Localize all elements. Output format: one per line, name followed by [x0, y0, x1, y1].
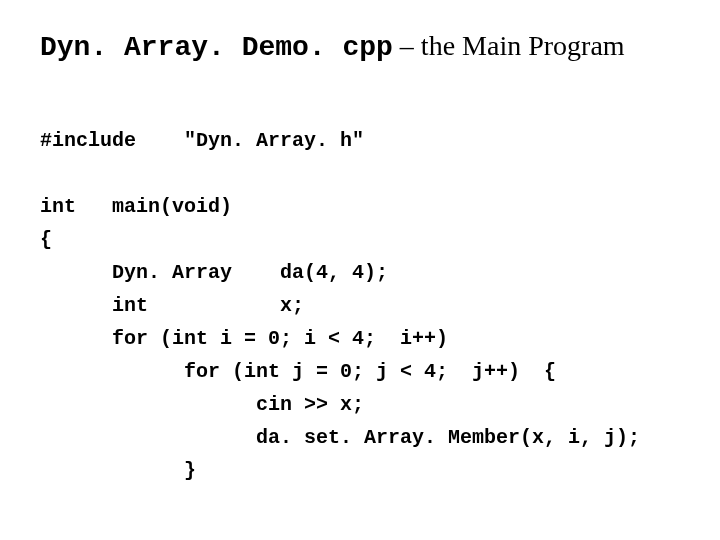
code-line: int x;	[40, 294, 304, 317]
code-line: da. set. Array. Member(x, i, j);	[40, 426, 640, 449]
code-line: Dyn. Array da(4, 4);	[40, 261, 388, 284]
code-line: cin >> x;	[40, 393, 364, 416]
code-line: #include "Dyn. Array. h"	[40, 129, 364, 152]
slide-title: Dyn. Array. Demo. cpp – the Main Program	[40, 30, 680, 63]
code-line: for (int j = 0; j < 4; j++) {	[40, 360, 556, 383]
code-line: }	[40, 459, 196, 482]
code-line: for (int i = 0; i < 4; i++)	[40, 327, 448, 350]
code-line: int main(void)	[40, 195, 232, 218]
title-description: – the Main Program	[393, 30, 625, 61]
title-filename: Dyn. Array. Demo. cpp	[40, 32, 393, 63]
code-line: {	[40, 228, 52, 251]
code-listing: #include "Dyn. Array. h" int main(void) …	[40, 91, 680, 487]
